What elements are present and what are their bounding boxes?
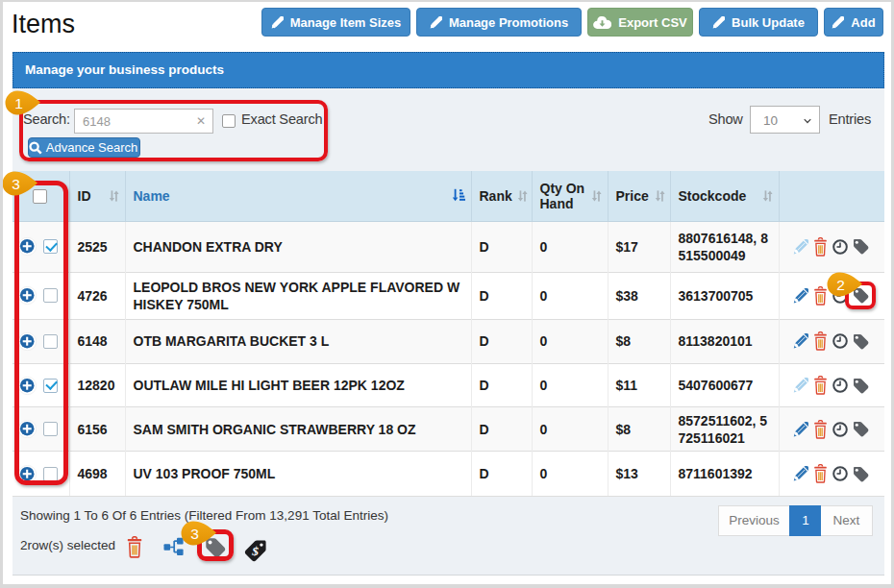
svg-text:3: 3: [12, 176, 20, 192]
svg-text:3: 3: [190, 526, 199, 542]
svg-text:2: 2: [836, 277, 845, 293]
svg-text:1: 1: [14, 95, 23, 111]
